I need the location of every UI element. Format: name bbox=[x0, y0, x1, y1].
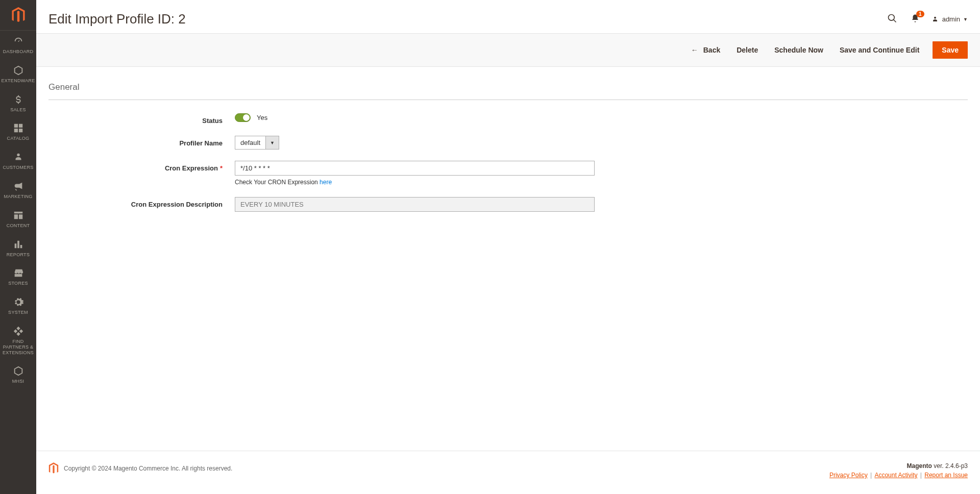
sidebar-item-label: CONTENT bbox=[7, 223, 30, 229]
dollar-icon bbox=[13, 94, 24, 105]
section-general-title: General bbox=[48, 82, 968, 100]
sidebar-item-dashboard[interactable]: DASHBOARD bbox=[0, 31, 36, 60]
sidebar-item-mhsi[interactable]: MHSI bbox=[0, 360, 36, 389]
cron-help-link[interactable]: here bbox=[320, 179, 332, 186]
sidebar-item-label: REPORTS bbox=[7, 252, 30, 258]
footer-copyright: Copyright © 2024 Magento Commerce Inc. A… bbox=[64, 465, 232, 472]
gear-icon bbox=[13, 297, 24, 308]
notifications-button[interactable]: 1 bbox=[909, 12, 922, 27]
megaphone-icon bbox=[13, 181, 24, 192]
catalog-icon bbox=[13, 122, 24, 134]
cron-description-label: Cron Expression Description bbox=[48, 197, 235, 208]
sidebar-item-label: MARKETING bbox=[4, 194, 32, 200]
person-icon bbox=[13, 152, 24, 163]
sidebar-item-label: EXTENDWARE bbox=[1, 78, 35, 84]
sidebar-item-sales[interactable]: SALES bbox=[0, 89, 36, 118]
profiler-name-value: default bbox=[235, 136, 265, 149]
user-icon bbox=[931, 15, 939, 23]
page-title: Edit Import Profile ID: 2 bbox=[48, 11, 186, 27]
status-label: Status bbox=[48, 113, 235, 125]
chevron-down-icon: ▼ bbox=[963, 17, 968, 22]
content-icon bbox=[13, 210, 24, 221]
status-toggle[interactable] bbox=[235, 113, 251, 122]
save-button[interactable]: Save bbox=[933, 41, 968, 59]
report-issue-link[interactable]: Report an Issue bbox=[924, 472, 968, 479]
sidebar-item-label: MHSI bbox=[12, 379, 24, 384]
cron-expression-label: Cron Expression bbox=[48, 161, 235, 172]
sidebar-item-partners[interactable]: FIND PARTNERS & EXTENSIONS bbox=[0, 320, 36, 360]
delete-button[interactable]: Delete bbox=[733, 42, 761, 58]
search-icon bbox=[887, 13, 897, 23]
footer-brand: Magento bbox=[907, 462, 932, 470]
sidebar-item-label: CUSTOMERS bbox=[3, 165, 33, 170]
sidebar-item-label: DASHBOARD bbox=[3, 49, 34, 55]
sidebar-item-label: SALES bbox=[10, 107, 26, 113]
sidebar-item-label: CATALOG bbox=[7, 136, 30, 141]
svg-line-1 bbox=[893, 20, 896, 22]
sidebar-item-content[interactable]: CONTENT bbox=[0, 205, 36, 234]
footer-version: ver. 2.4.6-p3 bbox=[932, 462, 968, 470]
admin-user-menu[interactable]: admin ▼ bbox=[931, 15, 968, 23]
magento-logo[interactable] bbox=[0, 0, 36, 31]
sidebar: DASHBOARD EXTENDWARE SALES CATALOG CUSTO… bbox=[0, 0, 36, 494]
reports-icon bbox=[13, 239, 24, 250]
sidebar-item-marketing[interactable]: MARKETING bbox=[0, 176, 36, 205]
profiler-name-select[interactable]: default ▼ bbox=[235, 136, 279, 150]
stores-icon bbox=[13, 267, 24, 279]
schedule-now-button[interactable]: Schedule Now bbox=[771, 42, 826, 58]
partners-icon bbox=[13, 326, 24, 337]
account-activity-link[interactable]: Account Activity bbox=[874, 472, 917, 479]
cron-description-input bbox=[235, 197, 595, 212]
page-header: Edit Import Profile ID: 2 1 admin ▼ bbox=[36, 0, 980, 33]
hex-icon bbox=[13, 65, 24, 76]
status-value: Yes bbox=[257, 114, 267, 121]
sidebar-item-extendware[interactable]: EXTENDWARE bbox=[0, 60, 36, 89]
back-button[interactable]: Back bbox=[688, 42, 723, 58]
save-continue-button[interactable]: Save and Continue Edit bbox=[837, 42, 922, 58]
action-bar: Back Delete Schedule Now Save and Contin… bbox=[36, 33, 980, 67]
sidebar-item-label: FIND PARTNERS & EXTENSIONS bbox=[2, 339, 34, 355]
search-button[interactable] bbox=[885, 11, 899, 27]
sidebar-item-system[interactable]: SYSTEM bbox=[0, 291, 36, 320]
hex-icon bbox=[13, 365, 24, 377]
cron-expression-input[interactable] bbox=[235, 161, 595, 176]
sidebar-item-label: SYSTEM bbox=[8, 310, 28, 315]
svg-point-0 bbox=[888, 15, 894, 21]
sidebar-item-catalog[interactable]: CATALOG bbox=[0, 117, 36, 146]
admin-username: admin bbox=[942, 15, 960, 23]
magento-logo-icon bbox=[48, 462, 59, 475]
dashboard-icon bbox=[13, 36, 24, 47]
privacy-policy-link[interactable]: Privacy Policy bbox=[829, 472, 868, 479]
page-footer: Copyright © 2024 Magento Commerce Inc. A… bbox=[36, 451, 980, 494]
cron-help-text: Check Your CRON Expression here bbox=[235, 179, 595, 186]
notification-badge: 1 bbox=[916, 11, 924, 17]
chevron-down-icon: ▼ bbox=[265, 136, 279, 149]
sidebar-item-stores[interactable]: STORES bbox=[0, 262, 36, 291]
profiler-name-label: Profiler Name bbox=[48, 136, 235, 147]
sidebar-item-customers[interactable]: CUSTOMERS bbox=[0, 146, 36, 176]
sidebar-item-reports[interactable]: REPORTS bbox=[0, 234, 36, 263]
sidebar-item-label: STORES bbox=[8, 281, 28, 286]
